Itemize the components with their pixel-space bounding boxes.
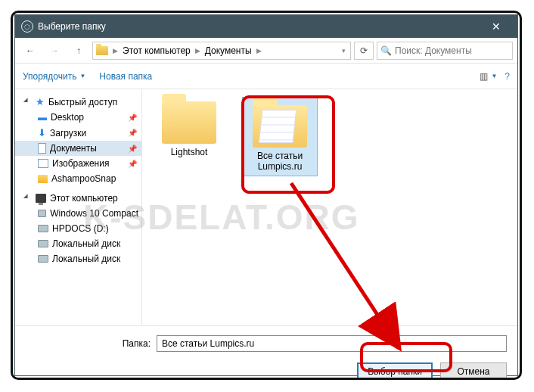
sidebar-item-images[interactable]: Изображения📌 [15,156,141,171]
refresh-button[interactable]: ⟳ [354,42,374,60]
quick-access-label: Быстрый доступ [48,97,117,107]
chevron-down-icon[interactable]: ▾ [340,47,347,54]
chevron-right-icon: ▶ [194,47,202,54]
sidebar-item-downloads[interactable]: ⬇Загрузки📌 [15,125,141,141]
document-icon [38,143,46,154]
breadcrumb-root[interactable]: Этот компьютер [123,45,191,56]
image-icon [38,159,48,168]
sidebar-item-drive[interactable]: Локальный диск [15,236,141,251]
close-icon[interactable]: ✕ [481,20,511,33]
breadcrumb-current[interactable]: Документы [205,45,252,56]
chevron-right-icon: ▶ [255,47,263,54]
folder-open-icon [253,105,307,148]
folder-icon [96,46,108,55]
select-folder-button[interactable]: Выбор папки [357,362,433,380]
folder-item[interactable]: Lightshot [151,97,227,157]
folder-icon [162,101,216,144]
content-pane[interactable]: Lightshot Все статьи Lumpics.ru [142,89,517,325]
sidebar-item-drive[interactable]: Локальный диск [15,251,141,266]
drive-icon [38,255,48,263]
sidebar-item-desktop[interactable]: ▬Desktop📌 [15,110,141,125]
drive-icon [38,225,48,232]
back-button[interactable]: ← [20,42,41,60]
download-icon: ⬇ [38,127,46,138]
breadcrumb[interactable]: ▶ Этот компьютер ▶ Документы ▶ ▾ [92,42,351,60]
sidebar-item-drive[interactable]: HPDOCS (D:) [15,221,141,236]
app-icon: ◌ [21,20,33,33]
command-bar: Упорядочить ▼ Новая папка ▥ ▼ ? [15,64,517,89]
sidebar-quick-access[interactable]: ★ Быстрый доступ [15,94,141,110]
organize-label: Упорядочить [23,71,76,82]
folder-label: Все статьи Lumpics.ru [246,151,314,173]
new-folder-label: Новая папка [99,71,152,82]
drive-icon [38,240,48,247]
new-folder-button[interactable]: Новая папка [99,71,152,82]
titlebar: ◌ Выберите папку ✕ [15,15,517,38]
up-button[interactable]: ↑ [68,42,89,60]
drive-icon [38,210,46,217]
sidebar-item-documents[interactable]: Документы📌 [15,141,141,156]
this-pc-label: Этот компьютер [50,193,118,204]
star-icon: ★ [36,96,45,107]
chevron-down-icon: ▼ [79,73,85,79]
search-field[interactable] [395,45,509,56]
view-button[interactable]: ▥ ▼ [480,71,497,82]
chevron-right-icon: ▶ [111,47,120,54]
pin-icon: 📌 [128,114,137,122]
folder-label: Lightshot [151,147,227,157]
footer: Папка: Выбор папки Отмена [15,325,517,380]
pin-icon: 📌 [128,160,137,168]
folder-icon [38,175,48,183]
cancel-button[interactable]: Отмена [440,362,507,380]
chevron-down-icon: ▼ [491,73,497,79]
search-icon: 🔍 [380,45,392,56]
window-title: Выберите папку [38,21,481,32]
navbar: ← → ↑ ▶ Этот компьютер ▶ Документы ▶ ▾ ⟳… [15,38,517,64]
forward-button: → [44,42,65,60]
pin-icon: 📌 [128,129,137,137]
sidebar: ★ Быстрый доступ ▬Desktop📌 ⬇Загрузки📌 До… [15,89,142,325]
sidebar-item-ashampoo[interactable]: AshampooSnap [15,171,141,186]
pin-icon: 📌 [128,145,137,153]
help-button[interactable]: ? [505,71,510,82]
search-input[interactable]: 🔍 [377,42,513,60]
organize-button[interactable]: Упорядочить ▼ [23,71,85,82]
desktop-icon: ▬ [38,112,47,123]
computer-icon [36,194,46,203]
folder-field[interactable] [157,335,507,352]
sidebar-item-drive[interactable]: Windows 10 Compact [15,206,141,221]
folder-item-selected[interactable]: Все статьи Lumpics.ru [242,97,318,176]
folder-field-label: Папка: [26,338,151,349]
sidebar-this-pc[interactable]: Этот компьютер [15,191,141,206]
